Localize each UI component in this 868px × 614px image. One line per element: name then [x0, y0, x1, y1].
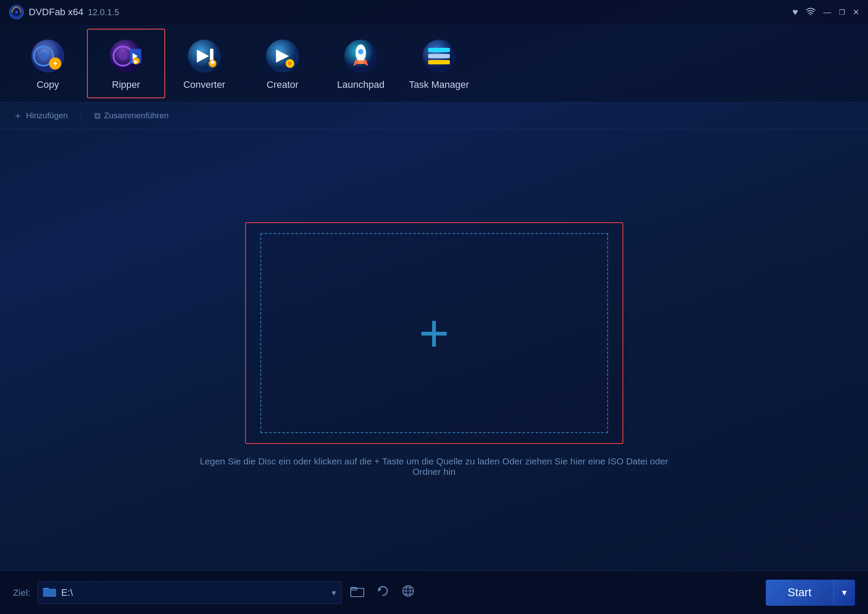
- drop-hint: Legen Sie die Disc ein oder klicken auf …: [195, 456, 673, 477]
- svg-point-30: [358, 49, 363, 54]
- titlebar: DVDFab x64 12.0.1.5 ♥ — ❐ ✕: [0, 0, 868, 24]
- svg-text:+: +: [53, 59, 58, 68]
- toolbar-divider: [81, 110, 81, 122]
- drop-plus-icon[interactable]: +: [419, 307, 449, 359]
- nav-item-taskmanager[interactable]: Task Manager: [400, 29, 478, 98]
- app-name: DVDFab x64: [29, 7, 83, 18]
- add-label: Hinzufügen: [26, 111, 68, 120]
- main-content: + Legen Sie die Disc ein oder klicken au…: [0, 129, 868, 571]
- nav-ripper-label: Ripper: [112, 79, 140, 90]
- nav-item-ripper[interactable]: ▶ Ripper: [87, 29, 165, 98]
- svg-rect-39: [351, 588, 364, 597]
- browse-folder-button[interactable]: [350, 585, 364, 600]
- restore-button[interactable]: ❐: [839, 8, 845, 17]
- svg-rect-33: [428, 48, 450, 52]
- merge-label: Zusammenführen: [104, 111, 169, 120]
- drop-zone-inner[interactable]: +: [260, 233, 608, 433]
- svg-point-11: [119, 52, 127, 60]
- nav-creator-label: Creator: [266, 79, 298, 90]
- path-value: E:\: [61, 587, 332, 598]
- merge-icon: ⧉: [94, 111, 100, 121]
- titlebar-controls[interactable]: ♥ — ❐ ✕: [792, 7, 859, 18]
- taskmanager-icon: [419, 37, 459, 76]
- titlebar-left: DVDFab x64 12.0.1.5: [9, 4, 119, 20]
- svg-rect-21: [212, 60, 213, 64]
- app-version: 12.0.1.5: [88, 7, 119, 17]
- network-icon[interactable]: [806, 7, 815, 18]
- add-icon: ＋: [13, 109, 23, 122]
- svg-point-6: [39, 52, 48, 60]
- nav-copy-label: Copy: [37, 79, 59, 90]
- globe-button[interactable]: [402, 584, 415, 601]
- nav-converter-label: Converter: [183, 79, 226, 90]
- favorite-icon[interactable]: ♥: [792, 7, 798, 18]
- launchpad-icon: [341, 37, 380, 76]
- add-button[interactable]: ＋ Hinzufügen: [13, 109, 68, 122]
- nav-item-converter[interactable]: Converter: [165, 29, 243, 98]
- nav-taskmanager-label: Task Manager: [409, 79, 469, 90]
- svg-point-25: [288, 61, 292, 66]
- converter-icon: [185, 37, 224, 76]
- minimize-button[interactable]: —: [823, 8, 831, 17]
- start-button[interactable]: Start: [766, 580, 833, 606]
- path-container[interactable]: E:\ ▾: [37, 581, 342, 604]
- nav-item-launchpad[interactable]: Launchpad: [322, 29, 400, 98]
- start-dropdown-button[interactable]: ▾: [833, 580, 855, 606]
- svg-rect-31: [358, 60, 364, 64]
- nav-item-creator[interactable]: Creator: [243, 29, 322, 98]
- folder-icon: [43, 585, 56, 600]
- refresh-button[interactable]: [376, 584, 389, 601]
- drop-zone-outer[interactable]: +: [245, 222, 623, 444]
- nav-launchpad-label: Launchpad: [337, 79, 385, 90]
- ziel-label: Ziel:: [13, 587, 30, 598]
- svg-rect-38: [43, 589, 56, 596]
- creator-icon: [263, 37, 302, 76]
- ripper-icon: ▶: [106, 37, 146, 76]
- bottombar: Ziel: E:\ ▾: [0, 571, 868, 614]
- start-section: Start ▾: [766, 580, 855, 606]
- nav-item-copy[interactable]: + Copy: [9, 29, 87, 98]
- toolbar: ＋ Hinzufügen ⧉ Zusammenführen: [0, 103, 868, 129]
- svg-point-2: [15, 11, 18, 13]
- copy-icon: +: [28, 37, 67, 76]
- svg-point-3: [810, 14, 811, 16]
- app-logo-icon: [9, 4, 24, 20]
- path-dropdown-icon[interactable]: ▾: [332, 587, 336, 598]
- svg-rect-34: [428, 54, 450, 58]
- navbar: + Copy ▶ Ripper: [0, 24, 868, 103]
- merge-button[interactable]: ⧉ Zusammenführen: [94, 111, 169, 121]
- svg-rect-35: [428, 60, 450, 64]
- bottom-icons: [350, 584, 415, 601]
- close-button[interactable]: ✕: [853, 7, 859, 17]
